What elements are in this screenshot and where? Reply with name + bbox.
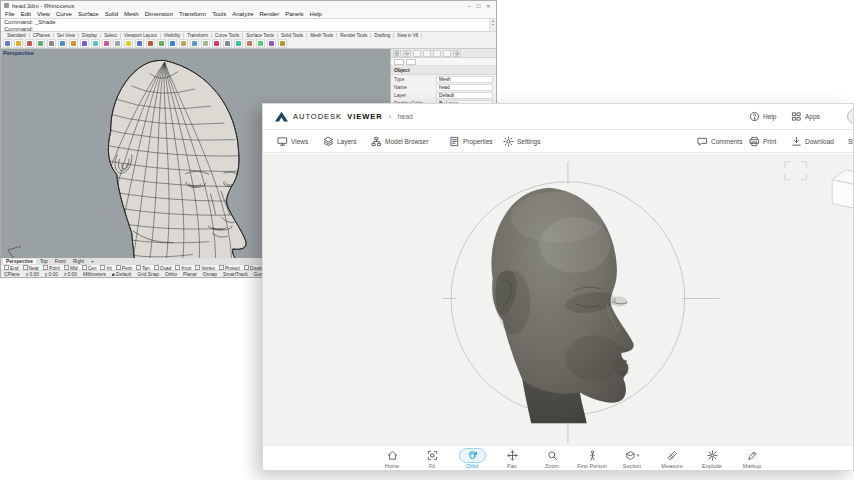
menu-item[interactable]: Curve xyxy=(56,11,72,17)
properties-icon[interactable] xyxy=(393,50,401,57)
toolbar-icon[interactable] xyxy=(3,39,12,48)
menu-item[interactable]: Edit xyxy=(21,11,31,17)
viewport-tab[interactable]: Perspective xyxy=(3,259,36,264)
menu-item[interactable]: View xyxy=(37,11,50,17)
toolbar-tab[interactable]: Display xyxy=(79,33,101,38)
toolbar-tab[interactable]: Select xyxy=(101,33,121,38)
toolbar-button[interactable]: Model Browser xyxy=(371,133,428,151)
toolbar-icon[interactable] xyxy=(124,39,133,48)
materials-icon[interactable] xyxy=(423,50,431,57)
toolbar-icon[interactable] xyxy=(80,39,89,48)
toolbar-icon[interactable] xyxy=(14,39,23,48)
status-item[interactable]: ■ Default xyxy=(112,272,131,277)
menu-item[interactable]: Tools xyxy=(212,11,226,17)
menu-item[interactable]: Surface xyxy=(78,11,99,17)
toolbar-icon[interactable] xyxy=(179,39,188,48)
toolbar-icon[interactable] xyxy=(267,39,276,48)
toolbar-icon[interactable] xyxy=(278,39,287,48)
tool-button[interactable]: Fit xyxy=(416,448,449,469)
toolbar-tab[interactable]: Visibility xyxy=(161,33,185,38)
tool-button[interactable]: Measure xyxy=(656,448,689,469)
viewport-tab[interactable]: + xyxy=(88,259,97,264)
display-icon[interactable] xyxy=(413,50,421,57)
top-action-button[interactable]: Apps xyxy=(791,108,820,126)
toolbar-icon[interactable] xyxy=(168,39,177,48)
viewer-canvas[interactable] xyxy=(263,154,853,445)
toolbar-icon[interactable] xyxy=(36,39,45,48)
command-prompt[interactable]: Command: xyxy=(4,26,493,33)
menu-item[interactable]: Dimension xyxy=(145,11,173,17)
toolbar-tab[interactable]: Surface Tools xyxy=(243,33,278,38)
toolbar-tab[interactable]: Drafting xyxy=(371,33,394,38)
toolbar-icon[interactable] xyxy=(223,39,232,48)
property-value[interactable]: Default xyxy=(436,92,493,99)
toolbar-icon[interactable] xyxy=(212,39,221,48)
toolbar-button[interactable]: Views xyxy=(277,133,308,151)
toolbar-tab[interactable]: Transform xyxy=(184,33,212,38)
toolbar-icon[interactable] xyxy=(113,39,122,48)
toolbar-icon[interactable] xyxy=(25,39,34,48)
toolbar-icon[interactable] xyxy=(157,39,166,48)
status-item[interactable]: Osnap xyxy=(203,272,217,277)
object-filter-button[interactable] xyxy=(406,59,416,65)
status-item[interactable]: Ortho xyxy=(165,272,177,277)
toolbar-icon[interactable] xyxy=(102,39,111,48)
account-avatar[interactable] xyxy=(847,109,854,124)
toolbar-button[interactable]: Settings xyxy=(503,133,541,151)
window-control-button[interactable]: – xyxy=(465,3,474,9)
toolbar-icon[interactable] xyxy=(69,39,78,48)
render-icon[interactable] xyxy=(443,50,451,57)
tool-button[interactable]: Zoom xyxy=(536,448,569,469)
tool-button[interactable]: First Person xyxy=(576,448,609,469)
toolbar-tab[interactable]: Mesh Tools xyxy=(307,33,337,38)
status-item[interactable]: SmartTrack xyxy=(223,272,248,277)
menu-item[interactable]: Help xyxy=(310,11,322,17)
tool-button[interactable]: Section xyxy=(616,448,649,469)
toolbar-button[interactable]: Share xyxy=(845,133,854,151)
tool-button[interactable]: Explode xyxy=(696,448,729,469)
toolbar-icon[interactable] xyxy=(256,39,265,48)
status-item[interactable]: Grid Snap xyxy=(137,272,159,277)
window-control-button[interactable]: × xyxy=(483,3,493,9)
toolbar-tab[interactable]: CPlanes xyxy=(30,33,54,38)
menu-item[interactable]: Analyze xyxy=(232,11,253,17)
status-item[interactable]: x 0.00 xyxy=(26,272,39,277)
status-item[interactable]: y 0.00 xyxy=(45,272,58,277)
help-icon[interactable] xyxy=(453,50,461,57)
toolbar-icon[interactable] xyxy=(58,39,67,48)
toolbar-icon[interactable] xyxy=(47,39,56,48)
object-filter-button[interactable] xyxy=(394,59,404,65)
status-item[interactable]: CPlane xyxy=(4,272,20,277)
toolbar-icon[interactable] xyxy=(135,39,144,48)
toolbar-icon[interactable] xyxy=(146,39,155,48)
toolbar-button[interactable]: Layers xyxy=(323,133,357,151)
tool-button[interactable]: Home xyxy=(376,448,409,469)
tool-button[interactable]: Pan xyxy=(496,448,529,469)
toolbar-tab[interactable]: Render Tools xyxy=(337,33,371,38)
toolbar-tab[interactable]: Standard xyxy=(4,33,30,38)
menu-item[interactable]: File xyxy=(5,11,15,17)
menu-item[interactable]: Panels xyxy=(285,11,303,17)
status-item[interactable]: Planar xyxy=(183,272,197,277)
viewport-tab[interactable]: Top xyxy=(37,259,51,264)
status-item[interactable]: Millimeters xyxy=(83,272,106,277)
top-action-button[interactable]: Help xyxy=(749,108,776,126)
lights-icon[interactable] xyxy=(433,50,441,57)
toolbar-icon[interactable] xyxy=(234,39,243,48)
toolbar-icon[interactable] xyxy=(245,39,254,48)
property-value[interactable]: Mesh xyxy=(436,76,493,83)
toolbar-tab[interactable]: Set View xyxy=(54,33,79,38)
viewport-tab[interactable]: Right xyxy=(70,259,87,264)
toolbar-button[interactable]: Comments xyxy=(697,133,742,151)
toolbar-tab[interactable]: Solid Tools xyxy=(278,33,307,38)
toolbar-icon[interactable] xyxy=(201,39,210,48)
menu-item[interactable]: Render xyxy=(260,11,280,17)
toolbar-icon[interactable] xyxy=(91,39,100,48)
toolbar-button[interactable]: Download xyxy=(791,133,834,151)
menu-item[interactable]: Mesh xyxy=(124,11,139,17)
viewport-label[interactable]: Perspective xyxy=(3,50,34,56)
menu-item[interactable]: Solid xyxy=(105,11,118,17)
toolbar-tab[interactable]: Curve Tools xyxy=(212,33,243,38)
status-item[interactable]: z 0.00 xyxy=(64,272,77,277)
toolbar-button[interactable]: Properties xyxy=(449,133,493,151)
